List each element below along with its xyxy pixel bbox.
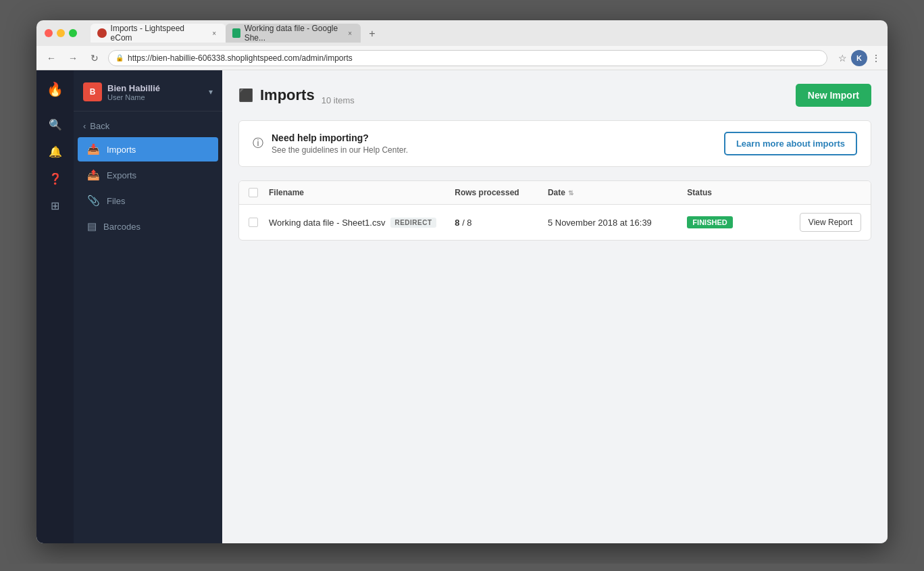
tab-sheets[interactable]: Working data file - Google She... × [226, 24, 361, 43]
browser-addressbar: ← → ↻ 🔒 https://bien-habillie-606338.sho… [36, 46, 888, 70]
back-button[interactable]: ← [43, 50, 59, 66]
page-header: ⬛ Imports 10 items New Import [238, 84, 871, 107]
filename-text: Working data file - Sheet1.csv [269, 218, 385, 228]
rows-total: 8 [467, 218, 471, 228]
row-date-cell: 5 November 2018 at 16:39 [548, 218, 687, 228]
row-rows-cell: 8 / 8 [455, 218, 548, 228]
sidebar-item-exports-label: Exports [107, 170, 136, 180]
traffic-lights [45, 29, 77, 37]
grid-icon-button[interactable]: ⊞ [43, 193, 68, 218]
user-subtitle: User Name [107, 93, 203, 101]
new-import-button[interactable]: New Import [796, 84, 871, 107]
lock-icon: 🔒 [116, 54, 124, 61]
learn-more-button[interactable]: Learn more about imports [724, 132, 857, 155]
sidebar-item-exports[interactable]: 📤 Exports [78, 163, 218, 187]
row-checkbox[interactable] [249, 218, 258, 227]
minimize-window-button[interactable] [57, 29, 65, 37]
search-icon: 🔍 [49, 118, 62, 131]
barcodes-icon: ▤ [87, 220, 97, 232]
info-banner: ⓘ Need help importing? See the guideline… [238, 120, 871, 167]
tab-favicon-gs [232, 28, 240, 38]
view-report-button[interactable]: View Report [800, 213, 861, 232]
app-logo: 🔥 [43, 77, 68, 101]
sidebar-icon-rail: 🔥 🔍 🔔 ❓ ⊞ [36, 70, 74, 543]
select-all-checkbox[interactable] [249, 188, 258, 197]
bookmark-button[interactable]: ☆ [838, 53, 847, 64]
tab-imports-label: Imports - Lightspeed eCom [111, 24, 206, 43]
sidebar-item-barcodes-label: Barcodes [103, 222, 140, 232]
sidebar-back-button[interactable]: ‹ Back [74, 116, 222, 136]
rows-done: 8 [455, 218, 459, 228]
col-header-status: Status [687, 188, 780, 197]
avatar: B [83, 82, 102, 101]
sidebar-item-files[interactable]: 📎 Files [78, 189, 218, 213]
main-content: ⬛ Imports 10 items New Import ⓘ Need hel… [222, 70, 888, 543]
row-status-cell: FINISHED [687, 216, 780, 228]
info-banner-subtitle: See the guidelines in our Help Center. [272, 145, 716, 155]
back-arrow-icon: ‹ [83, 121, 86, 131]
browser-titlebar: Imports - Lightspeed eCom × Working data… [36, 20, 888, 46]
tab-sheets-label: Working data file - Google She... [245, 24, 342, 43]
user-info: Bien Habillié User Name [107, 83, 203, 101]
info-circle-icon: ⓘ [253, 136, 263, 151]
col-header-date[interactable]: Date ⇅ [548, 188, 687, 197]
sidebar-item-barcodes[interactable]: ▤ Barcodes [78, 214, 218, 239]
maximize-window-button[interactable] [69, 29, 77, 37]
imports-icon: 📥 [87, 143, 100, 155]
browser-toolbar-right: ☆ K ⋮ [838, 50, 881, 66]
address-bar[interactable]: 🔒 https://bien-habillie-606338.shoplight… [108, 50, 827, 66]
grid-icon: ⊞ [51, 199, 59, 212]
app-layout: 🔥 🔍 🔔 ❓ ⊞ B Bien Habillié User Name [36, 70, 888, 543]
tab-imports[interactable]: Imports - Lightspeed eCom × [91, 24, 226, 43]
notifications-icon-button[interactable]: 🔔 [43, 139, 68, 164]
profile-button[interactable]: K [851, 50, 867, 66]
help-icon-button[interactable]: ❓ [43, 166, 68, 191]
back-label: Back [90, 121, 109, 131]
sidebar-item-files-label: Files [107, 196, 125, 206]
info-text: Need help importing? See the guidelines … [272, 132, 716, 155]
redirect-badge: REDIRECT [390, 218, 436, 228]
sort-icon: ⇅ [568, 189, 573, 197]
sidebar-user-section: B Bien Habillié User Name ▾ [74, 76, 222, 111]
status-badge: FINISHED [687, 216, 732, 228]
chevron-down-icon[interactable]: ▾ [209, 87, 213, 97]
table-row: Working data file - Sheet1.csv REDIRECT … [239, 205, 871, 240]
col-header-filename: Filename [269, 188, 455, 197]
new-tab-button[interactable]: + [363, 25, 381, 43]
search-icon-button[interactable]: 🔍 [43, 112, 68, 136]
user-name: Bien Habillié [107, 83, 203, 93]
question-icon: ❓ [49, 172, 62, 185]
files-icon: 📎 [87, 195, 100, 207]
row-actions-cell: View Report [780, 213, 861, 232]
imports-page-icon: ⬛ [238, 88, 253, 103]
forward-button[interactable]: → [65, 50, 81, 66]
row-checkbox-cell [249, 218, 269, 227]
imports-table: Filename Rows processed Date ⇅ Status [238, 180, 871, 241]
browser-menu-button[interactable]: ⋮ [871, 53, 881, 64]
sidebar-item-imports[interactable]: 📥 Imports [78, 137, 218, 162]
bell-icon: 🔔 [49, 145, 62, 158]
row-filename-cell: Working data file - Sheet1.csv REDIRECT [269, 218, 455, 228]
select-all-checkbox-header [249, 188, 269, 197]
close-window-button[interactable] [45, 29, 53, 37]
browser-window: Imports - Lightspeed eCom × Working data… [36, 20, 888, 543]
item-count: 10 items [322, 95, 355, 107]
sidebar-item-imports-label: Imports [107, 145, 136, 155]
exports-icon: 📤 [87, 169, 100, 181]
info-banner-title: Need help importing? [272, 132, 716, 143]
flame-icon: 🔥 [47, 81, 63, 97]
tab-close-imports[interactable]: × [209, 28, 219, 38]
sidebar-nav: B Bien Habillié User Name ▾ ‹ Back 📥 Imp… [74, 70, 222, 543]
url-text: https://bien-habillie-606338.shoplightsp… [128, 53, 353, 63]
reload-button[interactable]: ↻ [86, 50, 103, 66]
page-title: Imports [260, 86, 315, 104]
tab-close-sheets[interactable]: × [346, 28, 354, 38]
col-header-rows: Rows processed [455, 188, 548, 197]
col-header-date-label: Date [548, 188, 565, 197]
browser-tabs: Imports - Lightspeed eCom × Working data… [91, 24, 879, 43]
tab-favicon-ls [97, 28, 107, 38]
table-header: Filename Rows processed Date ⇅ Status [239, 181, 871, 205]
